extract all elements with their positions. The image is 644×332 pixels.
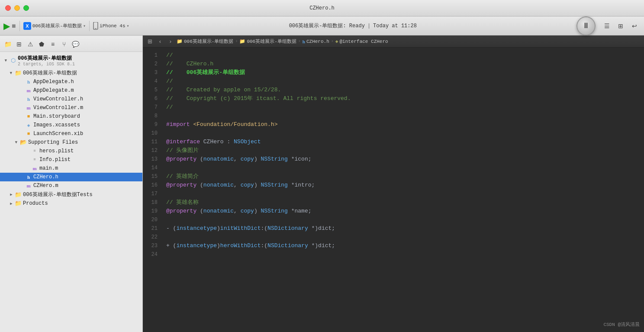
project-item[interactable]: ▶ ⬡ 006英雄展示-单组数据 2 targets, iOS SDK 8.1 <box>3 54 142 68</box>
list-icon-btn[interactable]: ≡ <box>48 39 58 49</box>
sidebar-item-main-m[interactable]: ▶ m main.m <box>0 164 142 173</box>
close-button[interactable] <box>5 5 11 11</box>
pause-icon: ⏸ <box>582 21 590 30</box>
file-tree: ▶ 📁 006英雄展示-单组数据 ▶ h AppDelegate.h ▶ m A… <box>0 68 142 208</box>
back-button[interactable]: ‹ <box>156 37 164 46</box>
line-num-5: 5 <box>143 86 164 94</box>
line-content-16: @property (nonatomic, copy) NSString *in… <box>164 181 644 190</box>
line-num-18: 18 <box>143 198 164 207</box>
storyboard-label: Main.storyboard <box>33 113 80 119</box>
line-num-17: 17 <box>143 190 164 198</box>
sidebar-item-info-plist[interactable]: ▶ ≡ Info.plist <box>0 155 142 164</box>
code-area[interactable]: 1 // 2 // CZHero.h 3 // 006英雄展示-单组数据 4 /… <box>143 48 644 332</box>
line-content-12: // 头像图片 <box>164 146 644 155</box>
play-button[interactable]: ▶ <box>3 21 10 31</box>
line-content-5: // Created by apple on 15/2/28. <box>164 86 644 94</box>
device-selector[interactable]: iPhone 4s ▾ <box>93 22 129 30</box>
line-content-23: + (instancetype)heroWithDict:(NSDictiona… <box>164 242 644 250</box>
sidebar-item-supporting-files[interactable]: ▶ 📂 Supporting Files <box>0 138 142 147</box>
xib-icon: ■ <box>25 130 32 137</box>
appdelegate-m-icon: m <box>25 87 32 94</box>
breadcrumb-folder1-label: 006英雄展示-单组数据 <box>184 38 233 45</box>
sidebar-item-heros-plist[interactable]: ▶ ≡ heros.plist <box>0 147 142 155</box>
breadcrumb-file[interactable]: h CZHero.h <box>303 39 329 44</box>
tests-group-label: 006英雄展示-单组数据Tests <box>23 191 93 198</box>
sidebar: 📁 ⊞ ⚠ ⬟ ≡ ⑂ 💬 ▶ ⬡ 006英雄展示-单组数据 2 targets… <box>0 35 143 332</box>
code-line-20: 20 <box>143 216 644 224</box>
breadcrumb-arrow-3: › <box>331 39 334 44</box>
products-disclosure: ▶ <box>8 200 15 207</box>
sidebar-item-czhero-h[interactable]: ▶ h CZHero.h <box>0 173 142 181</box>
breadcrumb-file-icon: h <box>303 39 305 44</box>
chat-icon-btn[interactable]: 💬 <box>70 39 80 49</box>
editor-nav: ⊞ ‹ › 📁 006英雄展示-单组数据 › 📁 006英雄展示-单组数据 › … <box>143 35 644 48</box>
products-icon: 📁 <box>15 200 22 207</box>
main-group-folder-icon: 📁 <box>15 70 22 77</box>
utilities-toggle-button[interactable]: ↩ <box>628 20 641 32</box>
warning-icon-btn[interactable]: ⚠ <box>25 39 35 49</box>
viewcontroller-h-label: ViewController.h <box>33 96 83 102</box>
bookmark-icon-btn[interactable]: ⬟ <box>36 39 47 49</box>
code-line-23: 23 + (instancetype)heroWithDict:(NSDicti… <box>143 242 644 250</box>
scheme-selector[interactable]: X 006英雄展示-单组数据 ▾ <box>23 22 86 30</box>
line-content-3: // 006英雄展示-单组数据 <box>164 68 644 77</box>
main-group-disclosure: ▶ <box>8 70 15 77</box>
heros-plist-label: heros.plist <box>39 148 74 154</box>
line-num-10: 10 <box>143 129 164 138</box>
storyboard-icon: ■ <box>25 113 32 120</box>
forward-button[interactable]: › <box>166 37 175 46</box>
sidebar-item-appdelegate-m[interactable]: ▶ m AppDelegate.m <box>0 86 142 95</box>
code-line-2: 2 // CZHero.h <box>143 60 644 68</box>
main-content: 📁 ⊞ ⚠ ⬟ ≡ ⑂ 💬 ▶ ⬡ 006英雄展示-单组数据 2 targets… <box>0 35 644 332</box>
grid-view-button[interactable]: ⊞ <box>145 37 154 46</box>
breadcrumb-folder2-label: 006英雄展示-单组数据 <box>247 38 296 45</box>
sidebar-item-products[interactable]: ▶ 📁 Products <box>0 199 142 208</box>
sidebar-item-appdelegate-h[interactable]: ▶ h AppDelegate.h <box>0 77 142 86</box>
inspector-toggle-button[interactable]: ⊞ <box>615 20 627 32</box>
code-line-22: 22 <box>143 233 644 242</box>
code-line-5: 5 // Created by apple on 15/2/28. <box>143 86 644 94</box>
line-content-2: // CZHero.h <box>164 60 644 68</box>
scheme-arrow: ▾ <box>83 23 86 29</box>
sidebar-item-images-xcassets[interactable]: ▶ ◈ Images.xcassets <box>0 121 142 129</box>
sidebar-item-viewcontroller-h[interactable]: ▶ h ViewController.h <box>0 95 142 103</box>
navigator-toggle-button[interactable]: ☰ <box>601 20 613 32</box>
sidebar-item-launchscreen-xib[interactable]: ▶ ■ LaunchScreen.xib <box>0 129 142 138</box>
supporting-files-label: Supporting Files <box>28 139 78 145</box>
line-content-10 <box>164 129 644 138</box>
line-content-17 <box>164 190 644 198</box>
project-name: 006英雄展示-单组数据 <box>18 55 75 62</box>
code-line-16: 16 @property (nonatomic, copy) NSString … <box>143 181 644 190</box>
line-num-22: 22 <box>143 233 164 242</box>
code-line-9: 9 #import <Foundation/Foundation.h> <box>143 120 644 129</box>
sidebar-item-viewcontroller-m[interactable]: ▶ m ViewController.m <box>0 103 142 112</box>
xcassets-label: Images.xcassets <box>33 122 80 128</box>
folder-icon-btn[interactable]: 📁 <box>3 39 13 49</box>
line-content-14 <box>164 164 644 172</box>
code-line-4: 4 // <box>143 77 644 86</box>
branch-icon-btn[interactable]: ⑂ <box>59 39 69 49</box>
sidebar-item-czhero-m[interactable]: ▶ m CZHero.m <box>0 181 142 190</box>
line-content-22 <box>164 233 644 242</box>
toolbar-right-buttons: ☰ ⊞ ↩ <box>601 20 641 32</box>
line-content-20 <box>164 216 644 224</box>
sidebar-item-main-storyboard[interactable]: ▶ ■ Main.storyboard <box>0 112 142 121</box>
window-title: CZHero.h <box>309 5 335 11</box>
sidebar-item-tests-group[interactable]: ▶ 📁 006英雄展示-单组数据Tests <box>0 190 142 199</box>
breadcrumb-folder2-icon: 📁 <box>239 39 245 44</box>
products-label: Products <box>23 200 48 206</box>
breadcrumb-folder1[interactable]: 📁 006英雄展示-单组数据 <box>177 38 233 45</box>
breadcrumb-interface[interactable]: ◆ @interface CZHero <box>335 39 388 44</box>
line-num-13: 13 <box>143 155 164 164</box>
pause-button[interactable]: ⏸ <box>576 16 596 35</box>
main-group-label: 006英雄展示-单组数据 <box>23 69 77 77</box>
group-icon-btn[interactable]: ⊞ <box>14 39 24 49</box>
appdelegate-m-label: AppDelegate.m <box>33 87 74 93</box>
stop-button[interactable]: ■ <box>12 22 16 30</box>
code-line-21: 21 - (instancetype)initWithDict:(NSDicti… <box>143 224 644 233</box>
toolbar-divider <box>19 21 20 31</box>
minimize-button[interactable] <box>14 5 20 11</box>
sidebar-item-main-group[interactable]: ▶ 📁 006英雄展示-单组数据 <box>0 68 142 77</box>
maximize-button[interactable] <box>23 5 29 11</box>
breadcrumb-folder2[interactable]: 📁 006英雄展示-单组数据 <box>239 38 296 45</box>
